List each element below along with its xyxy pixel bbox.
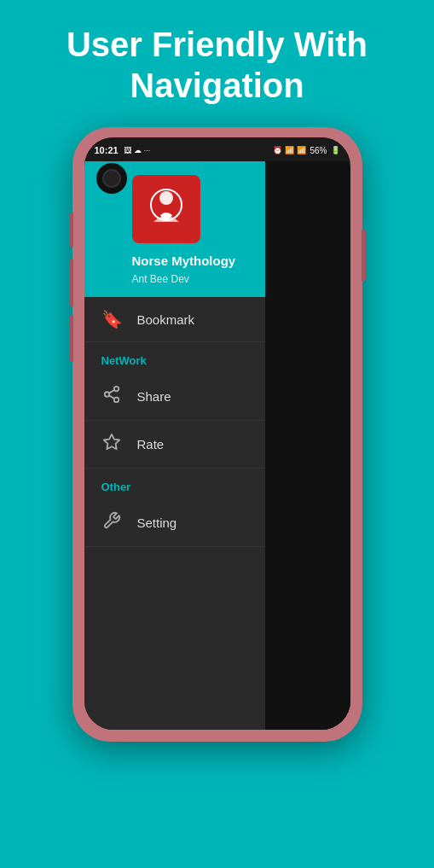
svg-line-7 — [108, 390, 113, 393]
other-section-title: Other — [101, 481, 131, 493]
status-icons-left: 🖼 ☁ ··· — [124, 146, 151, 154]
status-time: 10:21 — [95, 145, 119, 155]
app-logo — [132, 175, 200, 243]
power-button — [362, 230, 366, 281]
volume-down-button — [69, 259, 73, 306]
status-bar-left: 10:21 🖼 ☁ ··· — [95, 145, 151, 155]
settings-icon — [101, 511, 122, 534]
camera-lens — [102, 169, 121, 188]
share-label: Share — [137, 389, 171, 404]
battery-icon: 🔋 — [331, 146, 340, 154]
svg-point-2 — [159, 191, 173, 205]
svg-marker-8 — [103, 434, 119, 449]
more-icon: ··· — [144, 146, 151, 154]
rate-label: Rate — [137, 437, 165, 451]
camera-notch — [96, 163, 127, 194]
battery-level: 56% — [310, 146, 327, 155]
star-icon — [101, 433, 122, 456]
phone-mockup: 10:21 🖼 ☁ ··· ⏰ 📶 📶 56% 🔋 — [72, 127, 362, 742]
status-icons-right: ⏰ 📶 📶 — [273, 146, 306, 154]
cloud-icon: ☁ — [134, 146, 142, 154]
silent-button — [69, 315, 73, 362]
status-bar: 10:21 🖼 ☁ ··· ⏰ 📶 📶 56% 🔋 — [84, 137, 350, 161]
status-bar-right: ⏰ 📶 📶 56% 🔋 — [273, 146, 339, 155]
share-icon — [101, 385, 122, 408]
svg-rect-0 — [136, 179, 196, 239]
volume-up-button — [69, 213, 73, 247]
photo-icon: 🖼 — [124, 146, 131, 154]
signal-icon: 📶 — [285, 146, 294, 154]
svg-line-6 — [108, 395, 113, 399]
bookmark-icon: 🔖 — [101, 309, 122, 329]
alarm-icon: ⏰ — [273, 146, 282, 154]
bookmark-label: Bookmark — [137, 312, 195, 327]
signal2-icon: 📶 — [297, 146, 306, 154]
network-section-title: NetWork — [101, 354, 147, 367]
right-panel — [265, 161, 350, 730]
page-title: User Friendly With Navigation — [41, 0, 393, 123]
setting-label: Setting — [137, 516, 177, 530]
phone-screen: 10:21 🖼 ☁ ··· ⏰ 📶 📶 56% 🔋 — [84, 137, 350, 730]
